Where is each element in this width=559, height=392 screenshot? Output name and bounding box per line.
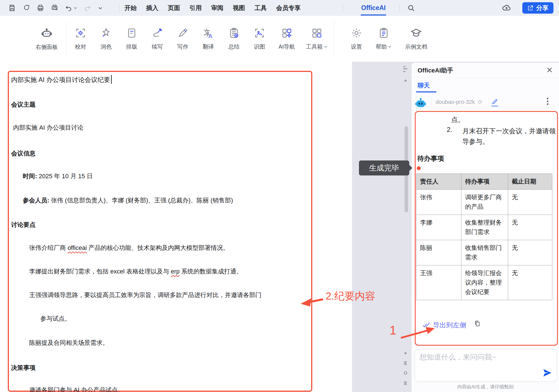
tool-continue-writing[interactable]: 续写 [144, 27, 170, 51]
go-to-top-icon[interactable] [403, 361, 408, 366]
save-icon[interactable] [8, 4, 16, 12]
list-item-number: 2. [447, 126, 458, 134]
list-item-text: 月末召开下一次会议，并邀请领导参与。 [462, 126, 556, 147]
close-icon[interactable] [546, 66, 553, 74]
grid-sparkle-icon [281, 27, 293, 39]
table-row: 王强 给领导汇报会议内容，整理会议纪要 无 [416, 265, 552, 300]
chevron-down-icon [74, 6, 77, 10]
divider [343, 4, 343, 12]
table-row: 张伟 调研更多厂商的产品 无 [416, 190, 552, 215]
scroll-down-arrow-icon[interactable] [403, 351, 408, 356]
doc-point-1: 张伟介绍厂商 officeai 产品的核心功能、技术架构及内网大模型部署情况。 [29, 244, 229, 252]
spellcheck-word: officeai [68, 244, 87, 251]
export-to-left-icon [422, 322, 430, 328]
image-scan-icon [254, 27, 265, 39]
menu-insert[interactable]: 插入 [146, 4, 158, 12]
send-icon[interactable] [542, 368, 552, 378]
doc-point-4: 陈丽提及合同相关场景需求。 [29, 339, 109, 347]
officeai-assistant-panel: OfficeAI助手 聊天 doubao-pro-32k 点。 2. 月末召开下… [411, 63, 559, 392]
tool-summarize[interactable]: 总结 [221, 27, 247, 51]
share-icon [527, 5, 533, 11]
tab-chat[interactable]: 聊天 [418, 81, 430, 90]
panel-title: OfficeAI助手 [418, 66, 453, 75]
tool-image-recognition[interactable]: 识图 [247, 27, 272, 51]
divider [119, 4, 119, 12]
annotation-label-content: 2.纪要内容 [326, 289, 375, 303]
col-task: 待办事项 [461, 174, 508, 190]
doc-heading-topic: 会议主题 [11, 101, 36, 108]
tool-toolbox[interactable]: 工具箱 [301, 27, 332, 51]
ai-disclaimer: 内容由AI生成，请仔细甄别 [411, 384, 559, 390]
clipboard-list-icon [228, 27, 240, 39]
generation-cursor-dot [417, 166, 421, 170]
text-cursor [111, 75, 112, 84]
svg-text:A: A [208, 32, 212, 39]
doc-title: 内部实施 AI 办公项目讨论会议纪要 [11, 75, 112, 84]
translate-icon: 文A [203, 27, 214, 39]
right-panel-toggle-button[interactable]: 右侧面板 [29, 27, 65, 51]
chat-input[interactable] [419, 352, 540, 378]
toolbox-grid-icon [311, 27, 323, 39]
tool-polish[interactable]: 润色 [93, 27, 119, 51]
scroll-up-arrow-icon[interactable] [403, 78, 408, 82]
help-clipboard-icon [378, 27, 390, 39]
menu-membership[interactable]: 会员专享 [276, 4, 301, 12]
tool-translate[interactable]: 文A 翻译 [196, 27, 221, 51]
menu-tools[interactable]: 工具 [254, 4, 267, 12]
split-view-icon[interactable] [402, 66, 408, 72]
doc-heading-points: 讨论要点 [11, 221, 36, 228]
document-page[interactable]: 内部实施 AI 办公项目讨论会议纪要 会议主题 内部实施 AI 办公项目讨论 会… [0, 62, 352, 392]
doc-topic: 内部实施 AI 办公项目讨论 [13, 124, 83, 132]
todo-table: 责任人 待办事项 截止日期 张伟 调研更多厂商的产品 无 李娜 收集整理财务部门… [416, 174, 552, 300]
print-icon[interactable] [37, 4, 44, 12]
menu-view[interactable]: 视图 [233, 4, 245, 12]
go-to-bottom-icon[interactable] [403, 380, 408, 385]
table-row: 陈丽 收集销售部门需求 无 [416, 240, 552, 265]
chevron-down-icon [324, 45, 328, 49]
menu-review[interactable]: 审阅 [211, 4, 223, 12]
print-preview-icon[interactable] [51, 4, 58, 12]
switch-model-icon [477, 100, 482, 105]
model-name: doubao-pro-32k [436, 99, 475, 105]
tool-writing[interactable]: 写作 [170, 27, 196, 51]
assistant-robot-icon [414, 98, 427, 108]
edit-model-icon[interactable] [491, 98, 498, 106]
more-commands-chevron-icon[interactable] [98, 6, 103, 11]
menu-reference[interactable]: 引用 [189, 4, 202, 12]
cloud-upload-icon[interactable] [502, 3, 511, 13]
menu-start[interactable]: 开始 [124, 4, 137, 12]
tab-officeai-active[interactable]: OfficeAI [361, 0, 386, 16]
tool-help[interactable]: 帮助 [369, 27, 398, 51]
doc-point-3-line2: 参与试点。 [40, 315, 71, 323]
app-window: 开始 插入 页面 引用 审阅 视图 工具 会员专享 OfficeAI 分享 右 [0, 0, 559, 392]
tool-proofread[interactable]: 校对 [68, 27, 93, 51]
tool-sample-document[interactable]: 示例文档 [398, 27, 434, 51]
robot-icon [41, 27, 53, 39]
doc-heading-info: 会议信息 [11, 150, 36, 157]
message-wrapped-line: 点。 [451, 115, 465, 124]
tool-typeset[interactable]: 排版 [119, 27, 144, 51]
spellcheck-word: erp [171, 268, 180, 275]
copy-icon[interactable] [474, 320, 481, 327]
divider [66, 21, 66, 57]
quick-access-toolbar [8, 0, 103, 16]
pen-icon [177, 27, 189, 39]
share-label: 分享 [536, 4, 548, 12]
share-button[interactable]: 分享 [522, 2, 553, 14]
chat-input-box [415, 349, 556, 381]
proofread-icon [75, 27, 86, 39]
export-to-left-button[interactable]: 导出到左侧 [422, 321, 466, 330]
more-options-icon[interactable] [546, 97, 549, 105]
tool-ai-navigation[interactable]: AI导航 [272, 27, 301, 51]
output-icon[interactable] [23, 4, 30, 12]
col-deadline: 截止日期 [508, 174, 552, 190]
doc-heading-decisions: 决策事项 [11, 364, 36, 371]
undo-button[interactable] [65, 4, 77, 12]
doc-point-2: 李娜提出财务部门需求，包括 excel 表格处理以及与 erp 系统的数据集成打… [29, 267, 243, 276]
search-icon[interactable] [407, 4, 415, 12]
select-browse-object-icon[interactable] [403, 371, 408, 375]
annotation-label-step1: 1 [390, 323, 396, 337]
model-selector[interactable]: doubao-pro-32k [431, 99, 482, 105]
tool-settings[interactable]: 设置 [344, 27, 369, 51]
menu-page[interactable]: 页面 [168, 4, 180, 12]
